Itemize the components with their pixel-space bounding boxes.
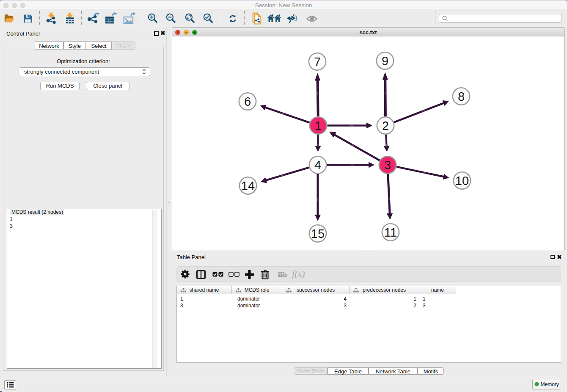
svg-text:10: 10 xyxy=(455,174,469,188)
svg-text:4: 4 xyxy=(314,158,321,172)
svg-text:2: 2 xyxy=(382,119,389,133)
svg-text:7: 7 xyxy=(314,55,321,69)
svg-text:9: 9 xyxy=(382,54,388,68)
svg-text:6: 6 xyxy=(244,95,251,108)
svg-text:15: 15 xyxy=(311,227,325,240)
svg-text:3: 3 xyxy=(384,158,391,172)
svg-text:1: 1 xyxy=(315,119,322,133)
svg-text:14: 14 xyxy=(241,179,255,193)
svg-text:11: 11 xyxy=(384,226,397,239)
svg-text:8: 8 xyxy=(458,90,465,103)
